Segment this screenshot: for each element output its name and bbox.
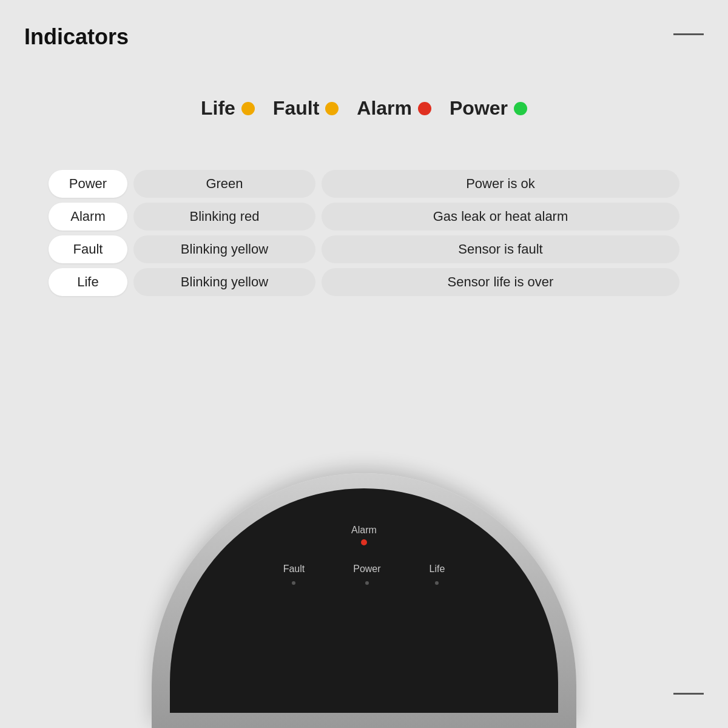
page-title: Indicators (24, 24, 129, 50)
row-color-0: Green (133, 170, 315, 198)
row-color-1: Blinking red (133, 203, 315, 231)
legend-item-life: Life (201, 97, 255, 120)
device-bottom-item-life: Life (430, 564, 445, 585)
table-row: LifeBlinking yellowSensor life is over (49, 268, 679, 296)
legend-dot-fault (325, 102, 339, 115)
device-bottom-row: FaultPowerLife (283, 564, 445, 585)
legend-label-alarm: Alarm (357, 97, 412, 120)
legend-label-fault: Fault (273, 97, 319, 120)
legend-label-power: Power (450, 97, 508, 120)
device-alarm-dot (361, 539, 367, 545)
device-bottom-item-power: Power (353, 564, 380, 585)
row-label-1: Alarm (49, 203, 127, 231)
device-bottom-label-2: Life (430, 564, 445, 575)
row-desc-2: Sensor is fault (322, 235, 679, 263)
indicators-table: PowerGreenPower is okAlarmBlinking redGa… (49, 170, 679, 301)
device-bottom-dot-1 (365, 581, 369, 585)
row-label-0: Power (49, 170, 127, 198)
table-row: PowerGreenPower is ok (49, 170, 679, 198)
row-label-2: Fault (49, 235, 127, 263)
legend-row: LifeFaultAlarmPower (0, 97, 728, 120)
legend-item-alarm: Alarm (357, 97, 431, 120)
row-desc-1: Gas leak or heat alarm (322, 203, 679, 231)
legend-item-power: Power (450, 97, 527, 120)
legend-item-fault: Fault (273, 97, 339, 120)
device-bottom-label-1: Power (353, 564, 380, 575)
row-color-2: Blinking yellow (133, 235, 315, 263)
legend-dot-life (241, 102, 255, 115)
device-bottom-item-fault: Fault (283, 564, 305, 585)
legend-label-life: Life (201, 97, 235, 120)
table-row: FaultBlinking yellowSensor is fault (49, 235, 679, 263)
row-color-3: Blinking yellow (133, 268, 315, 296)
device-outer: Alarm FaultPowerLife (152, 473, 576, 728)
legend-dot-alarm (418, 102, 431, 115)
row-desc-3: Sensor life is over (322, 268, 679, 296)
device-section: Alarm FaultPowerLife (0, 388, 728, 728)
device-bottom-dot-0 (292, 581, 295, 585)
device-bottom-dot-2 (435, 581, 439, 585)
deco-line-top-right (673, 33, 704, 35)
device-alarm-section: Alarm (351, 525, 377, 545)
row-label-3: Life (49, 268, 127, 296)
device-bottom-label-0: Fault (283, 564, 305, 575)
legend-dot-power (514, 102, 527, 115)
device-inner: Alarm FaultPowerLife (170, 488, 558, 713)
table-row: AlarmBlinking redGas leak or heat alarm (49, 203, 679, 231)
row-desc-0: Power is ok (322, 170, 679, 198)
device-alarm-label: Alarm (351, 525, 377, 536)
